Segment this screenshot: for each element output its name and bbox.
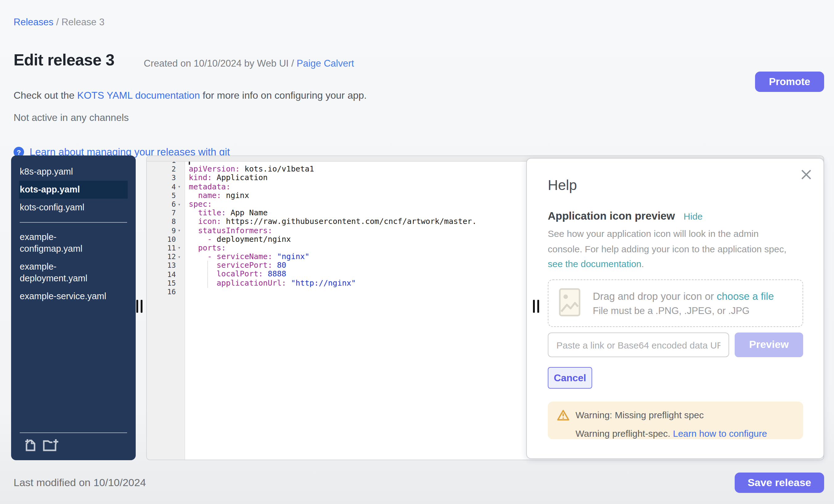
preview-button[interactable]: Preview bbox=[735, 332, 803, 357]
preflight-warning-box: Warning: Missing preflight spec Warning … bbox=[548, 401, 803, 439]
learn-configure-link[interactable]: Learn how to configure bbox=[673, 428, 767, 439]
sidebar-file-kots-config.yaml[interactable]: kots-config.yaml bbox=[19, 199, 128, 217]
channel-status: Not active in any channels bbox=[14, 112, 129, 124]
gutter-line-16: 16 bbox=[147, 287, 185, 296]
gutter-line-13: 13 bbox=[147, 261, 185, 270]
sidebar-file-k8s-app.yaml[interactable]: k8s-app.yaml bbox=[19, 163, 128, 181]
edit-release-page: Releases / Release 3 Edit release 3 Crea… bbox=[0, 0, 834, 504]
sidebar-file-example-deployment.yaml[interactable]: example-deployment.yaml bbox=[19, 258, 109, 287]
author-link[interactable]: Paige Calvert bbox=[297, 58, 354, 68]
sidebar-file-kots-app.yaml[interactable]: kots-app.yaml bbox=[19, 181, 128, 199]
help-panel: Help Application icon preview Hide See h… bbox=[526, 158, 824, 459]
choose-file-link[interactable]: choose a file bbox=[717, 290, 774, 301]
drop-file-types: File must be a .PNG, .JPEG, or .JPG bbox=[593, 305, 774, 316]
sidebar-bottom-divider bbox=[20, 433, 127, 433]
fold-arrow-icon[interactable]: ▾ bbox=[176, 254, 182, 259]
warning-triangle-icon bbox=[557, 410, 569, 423]
hide-link[interactable]: Hide bbox=[683, 211, 703, 221]
doc-suffix: for more info on configuring your app. bbox=[200, 90, 367, 101]
release-created-meta: Created on 10/10/2024 by Web UI / Paige … bbox=[144, 58, 354, 69]
add-file-icon[interactable] bbox=[25, 439, 37, 454]
desc-line-1: See how your application icon will look … bbox=[548, 226, 787, 242]
fold-arrow-icon[interactable]: ▾ bbox=[176, 184, 182, 190]
gutter-line-7: 7 bbox=[147, 209, 185, 217]
help-title: Help bbox=[548, 177, 577, 194]
save-release-button[interactable]: Save release bbox=[735, 473, 824, 493]
warning-title: Warning: Missing preflight spec bbox=[575, 410, 704, 420]
last-modified-text: Last modified on 10/10/2024 bbox=[14, 477, 146, 489]
gutter-line-15: 15 bbox=[147, 279, 185, 287]
see-documentation-link[interactable]: see the documentation bbox=[548, 259, 641, 269]
gutter-line-8: 8 bbox=[147, 217, 185, 226]
drop-instruction: Drag and drop your icon or choose a file bbox=[593, 290, 774, 302]
doc-prefix: Check out the bbox=[14, 90, 77, 101]
breadcrumb-separator: / bbox=[56, 17, 61, 27]
sidebar-file-example-configmap.yaml[interactable]: example-configmap.yaml bbox=[19, 228, 109, 258]
breadcrumb-releases-link[interactable]: Releases bbox=[14, 17, 53, 27]
file-tree-sidebar: k8s-app.yamlkots-app.yamlkots-config.yam… bbox=[11, 155, 136, 460]
indent-guide bbox=[207, 261, 208, 287]
gutter-line-2: 2 bbox=[147, 165, 185, 173]
help-panel-resize-handle[interactable] bbox=[533, 300, 543, 313]
file-group-kots: k8s-app.yamlkots-app.yamlkots-config.yam… bbox=[11, 163, 136, 217]
gutter-line-3: 3 bbox=[147, 174, 185, 182]
kots-doc-line: Check out the KOTS YAML documentation fo… bbox=[14, 90, 367, 101]
sidebar-resize-handle[interactable] bbox=[136, 300, 146, 313]
sidebar-file-example-service.yaml[interactable]: example-service.yaml bbox=[19, 287, 109, 305]
kots-yaml-doc-link[interactable]: KOTS YAML documentation bbox=[77, 90, 200, 101]
breadcrumb: Releases / Release 3 bbox=[14, 17, 105, 28]
image-placeholder-icon bbox=[559, 288, 580, 319]
gutter-line-5: 5 bbox=[147, 191, 185, 200]
gutter-line-4: 4▾ bbox=[147, 182, 185, 191]
gutter-line-9: 9▾ bbox=[147, 226, 185, 235]
gutter-line-10: 10 bbox=[147, 235, 185, 243]
gutter-line-14: 14 bbox=[147, 270, 185, 279]
breadcrumb-current: Release 3 bbox=[61, 17, 105, 27]
gutter-line-6: 6▾ bbox=[147, 200, 185, 209]
file-group-examples: example-configmap.yamlexample-deployment… bbox=[11, 228, 136, 305]
created-text: Created on 10/10/2024 by Web UI / bbox=[144, 58, 297, 68]
desc-line-2: console. For help adding your icon to th… bbox=[548, 242, 787, 257]
promote-button[interactable]: Promote bbox=[755, 71, 824, 92]
desc-suffix: . bbox=[641, 259, 644, 269]
fold-arrow-icon[interactable]: ▾ bbox=[176, 201, 182, 207]
icon-drop-area[interactable]: Drag and drop your icon or choose a file… bbox=[548, 280, 803, 327]
sidebar-divider bbox=[20, 222, 127, 223]
add-folder-icon[interactable] bbox=[43, 439, 59, 454]
close-icon[interactable] bbox=[800, 169, 812, 181]
cancel-button[interactable]: Cancel bbox=[548, 367, 592, 389]
warning-detail: Warning preflight-spec. Learn how to con… bbox=[575, 428, 767, 439]
gutter-line-11: 11▾ bbox=[147, 244, 185, 252]
icon-url-input[interactable] bbox=[548, 332, 729, 357]
icon-preview-title: Application icon preview bbox=[548, 210, 675, 223]
page-title: Edit release 3 bbox=[14, 50, 114, 70]
fold-arrow-icon[interactable]: ▾ bbox=[176, 228, 182, 233]
gutter-line-12: 12▾ bbox=[147, 252, 185, 261]
fold-arrow-icon[interactable]: ▾ bbox=[176, 245, 182, 251]
icon-preview-description: See how your application icon will look … bbox=[548, 226, 787, 272]
